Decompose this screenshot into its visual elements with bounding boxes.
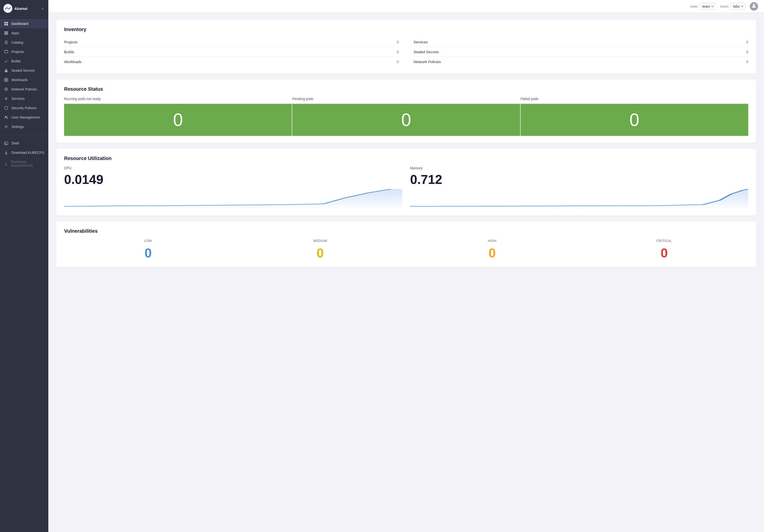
projects-icon — [4, 50, 8, 54]
svg-rect-16 — [5, 43, 8, 44]
cpu-value: 0.0149 — [64, 172, 402, 187]
inventory-value-builds[interactable]: 0 — [397, 50, 399, 54]
svg-rect-9 — [6, 33, 7, 34]
main-area: view: team team: labs Inventory — [48, 0, 764, 532]
inventory-label-builds: Builds — [64, 50, 74, 54]
svg-rect-4 — [6, 24, 8, 25]
collapse-button[interactable]: « — [41, 5, 45, 12]
catalog-icon — [4, 40, 8, 45]
sidebar-label-services: Services — [11, 96, 25, 100]
vuln-high-col: HIGH 0 — [408, 239, 576, 260]
svg-rect-12 — [6, 34, 7, 35]
settings-icon — [4, 124, 8, 129]
svg-point-29 — [753, 4, 755, 6]
view-select[interactable]: team — [700, 3, 716, 10]
topbar: view: team team: labs — [48, 0, 764, 13]
svg-rect-7 — [7, 31, 8, 32]
inventory-label-projects: Projects — [64, 40, 78, 44]
sidebar-item-sealed-secrets[interactable]: Sealed Secrets — [0, 66, 48, 75]
workloads-icon — [4, 78, 8, 82]
sidebar-label-catalog: Catalog — [11, 41, 23, 44]
inventory-value-workloads[interactable]: 0 — [397, 60, 399, 64]
sidebar-item-network-policies[interactable]: Network Policies — [0, 85, 48, 94]
cpu-chart — [64, 188, 402, 208]
builds-icon — [4, 59, 8, 63]
svg-rect-11 — [4, 34, 5, 35]
sidebar-item-download-kubecfg[interactable]: Download KUBECFG — [0, 148, 48, 157]
svg-point-25 — [5, 98, 7, 99]
sidebar-item-workloads[interactable]: Workloads — [0, 75, 48, 85]
vuln-critical-label: CRITICAL — [580, 239, 748, 243]
inventory-label-network-policies: Network Policies — [414, 60, 441, 64]
inventory-value-projects[interactable]: 0 — [397, 40, 399, 44]
resource-status-title: Resource Status — [64, 86, 748, 92]
inventory-right-col: Services 0 Sealed Secrets 0 Network Poli… — [414, 37, 748, 67]
svg-point-26 — [5, 116, 6, 117]
sidebar-item-services[interactable]: Services — [0, 94, 48, 103]
failed-pods-label: Failed pods — [521, 97, 748, 101]
svg-rect-21 — [6, 78, 8, 80]
memory-chart — [410, 188, 748, 208]
svg-rect-20 — [4, 78, 6, 80]
resource-utilization-card: Resource Utilization CPU 0.0149 — [56, 149, 756, 216]
download-kubecfg-icon — [4, 150, 8, 155]
sidebar-item-builds[interactable]: Builds — [0, 57, 48, 66]
sidebar-label-builds: Builds — [11, 59, 21, 63]
sidebar-label-workloads: Workloads — [11, 78, 28, 82]
sidebar-item-settings[interactable]: Settings — [0, 122, 48, 131]
inventory-label-services: Services — [414, 40, 428, 44]
sidebar-item-projects[interactable]: Projects — [0, 47, 48, 57]
sidebar-item-shell[interactable]: Shell — [0, 138, 48, 148]
sidebar-label-sealed-secrets: Sealed Secrets — [11, 69, 35, 73]
memory-label: Memory — [410, 166, 748, 170]
vuln-low-label: LOW — [64, 239, 232, 243]
logo-text: Akamai — [14, 6, 27, 11]
inventory-item-network-policies: Network Policies 0 — [414, 57, 748, 67]
vuln-medium-col: MEDIUM 0 — [236, 239, 404, 260]
vulnerabilities-grid: LOW 0 MEDIUM 0 HIGH 0 CRITICAL 0 — [64, 239, 748, 260]
vuln-critical-value: 0 — [580, 246, 748, 260]
sidebar-label-security-policies: Security Policies — [11, 106, 37, 110]
sidebar-item-download-dockercfg: Download DOCKERCFG — [0, 157, 48, 170]
inventory-card: Inventory Projects 0 Builds 0 Workloads … — [56, 20, 756, 74]
sidebar-label-download-dockercfg: Download DOCKERCFG — [11, 160, 44, 168]
svg-rect-2 — [6, 22, 8, 23]
memory-section: Memory 0.712 — [410, 166, 748, 209]
vuln-low-value: 0 — [64, 246, 232, 260]
user-avatar-button[interactable] — [750, 2, 758, 11]
team-selector-container: team: labs — [720, 3, 746, 10]
resource-utilization-title: Resource Utilization — [64, 156, 748, 161]
sidebar-item-apps[interactable]: Apps — [0, 28, 48, 38]
sidebar-item-security-policies[interactable]: Security Policies — [0, 103, 48, 113]
sidebar-item-catalog[interactable]: Catalog — [0, 38, 48, 47]
view-label: view: — [690, 4, 698, 8]
vuln-medium-value: 0 — [236, 246, 404, 260]
logo-icon — [3, 4, 12, 13]
inventory-table: Projects 0 Builds 0 Workloads 0 Ser — [64, 37, 748, 67]
inventory-value-sealed-secrets[interactable]: 0 — [746, 50, 748, 54]
utilization-grid: CPU 0.0149 Memory — [64, 166, 748, 209]
running-pods-value: 0 — [173, 110, 183, 130]
security-policies-icon — [4, 106, 8, 110]
network-policies-icon — [4, 87, 8, 91]
services-icon — [4, 96, 8, 101]
svg-rect-13 — [7, 34, 8, 35]
sidebar-item-user-management[interactable]: User Management — [0, 113, 48, 122]
vulnerabilities-card: Vulnerabilities LOW 0 MEDIUM 0 HIGH 0 CR… — [56, 221, 756, 267]
svg-rect-22 — [4, 80, 6, 82]
user-management-icon — [4, 115, 8, 119]
inventory-value-services[interactable]: 0 — [746, 40, 748, 44]
failed-pods-box: 0 — [521, 104, 748, 136]
inventory-value-network-policies[interactable]: 0 — [746, 60, 748, 64]
sidebar-header: Akamai « — [0, 0, 48, 17]
sidebar-label-dashboard: Dashboard — [11, 22, 28, 26]
main-content: Inventory Projects 0 Builds 0 Workloads … — [48, 13, 764, 532]
sidebar-item-dashboard[interactable]: Dashboard — [0, 19, 48, 28]
sidebar-label-shell: Shell — [11, 141, 19, 145]
nav-divider — [0, 135, 48, 135]
nav-bottom: Shell Download KUBECFG Download DOCKERCF… — [0, 136, 48, 172]
memory-value: 0.712 — [410, 172, 748, 187]
team-select[interactable]: labs — [730, 3, 746, 10]
pending-pods-box: 0 — [292, 104, 520, 136]
sidebar: Akamai « Dashboard Apps Catalog P — [0, 0, 48, 532]
